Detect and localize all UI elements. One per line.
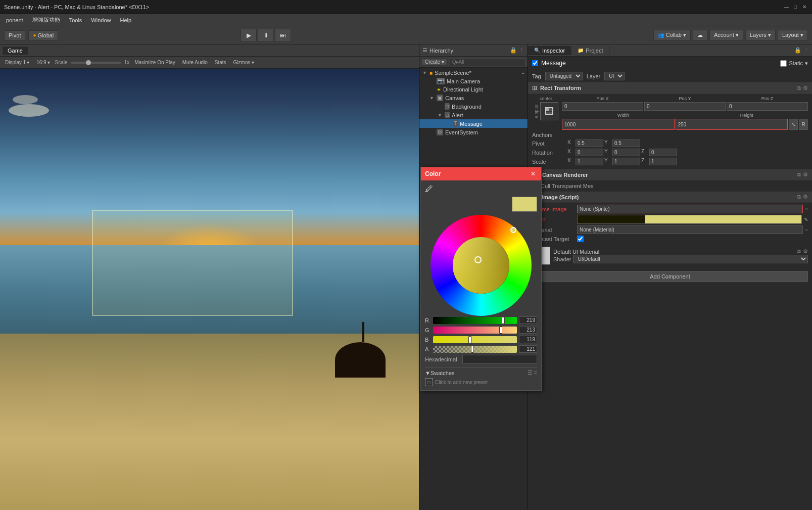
scene-menu-icon[interactable]: = [521, 70, 524, 76]
r-slider-track[interactable] [433, 317, 517, 324]
static-dropdown-icon[interactable]: ▾ [805, 60, 808, 67]
image-script-header[interactable]: Image (Script) ⧉ ⚙ [528, 192, 812, 203]
width-input[interactable] [562, 119, 675, 130]
pivot-x-input[interactable] [576, 140, 603, 147]
hex-input[interactable]: DBD577 [462, 355, 537, 364]
hierarchy-background[interactable]: □ Background [419, 102, 528, 111]
r-slider-thumb[interactable] [502, 317, 505, 324]
hierarchy-main-camera[interactable]: 📷 Main Camera [419, 77, 528, 85]
rotation-x-input[interactable] [576, 149, 603, 156]
shader-select[interactable]: UI/Default [573, 255, 808, 263]
layers-button[interactable]: Layers ▾ [745, 30, 776, 40]
image-copy-icon[interactable]: ⧉ [797, 194, 801, 200]
material-input[interactable] [577, 225, 803, 234]
canvas-copy-icon[interactable]: ⧉ [797, 171, 801, 178]
layout-button[interactable]: Layout ▾ [778, 30, 808, 40]
a-value-input[interactable]: 121 [519, 345, 537, 353]
lock-icon[interactable]: 🔒 [510, 47, 517, 54]
b-slider-track[interactable] [433, 336, 517, 343]
aspect-selector[interactable]: 16:9 ▾ [34, 59, 52, 66]
hierarchy-alert[interactable]: ▼ □ Alert [419, 111, 528, 119]
more-icon[interactable]: ⋮ [519, 47, 524, 54]
hierarchy-eventsystem[interactable]: ⚙ EventSystem [419, 128, 528, 136]
rect-transform-header[interactable]: ⊞ Rect Transform ⧉ ⚙ [528, 82, 812, 94]
constrain-button[interactable]: ⤡ [789, 119, 798, 130]
reset-button[interactable]: R [799, 119, 808, 130]
hierarchy-canvas[interactable]: ▼ ▣ Canvas [419, 94, 528, 102]
swatches-menu[interactable]: ☰ = [528, 369, 537, 376]
menu-enhance[interactable]: 增強版功能 [28, 15, 64, 25]
game-tab[interactable]: Game [2, 46, 28, 55]
height-input[interactable] [676, 119, 788, 130]
b-value-input[interactable]: 119 [519, 336, 537, 343]
scale-z-input[interactable] [649, 158, 677, 165]
account-button[interactable]: Account ▾ [709, 30, 743, 40]
display-selector[interactable]: Display 1 ▾ [3, 59, 31, 66]
lock-icon-inspector[interactable]: 🔒 [794, 47, 801, 54]
g-slider-thumb[interactable] [499, 327, 502, 334]
scale-x-input[interactable] [576, 158, 603, 165]
scale-slider[interactable] [71, 62, 121, 64]
settings-icon[interactable]: ⚙ [803, 85, 808, 91]
canvas-renderer-header[interactable]: ⬜ Canvas Renderer ⧉ ⚙ [528, 169, 812, 180]
more-icon-inspector[interactable]: ⋮ [803, 47, 809, 54]
add-swatch-icon[interactable]: □ [425, 378, 433, 386]
hierarchy-directional-light[interactable]: ☀ Directional Light [419, 85, 528, 94]
close-button[interactable]: ✕ [801, 4, 808, 11]
mute-audio[interactable]: Mute Audio [180, 59, 210, 66]
menu-window[interactable]: Window [87, 16, 115, 24]
menu-help[interactable]: Help [116, 16, 135, 24]
step-button[interactable]: ⏭ [275, 29, 291, 42]
hierarchy-search[interactable] [450, 58, 526, 66]
tag-select[interactable]: Untagged [545, 72, 583, 80]
global-button[interactable]: ● Global [28, 30, 58, 40]
scale-thumb[interactable] [86, 60, 91, 65]
a-slider-thumb[interactable] [471, 346, 474, 353]
material-copy-icon[interactable]: ⧉ [797, 248, 801, 255]
eyedropper-icon[interactable]: 🖉 [425, 184, 537, 194]
scene-root[interactable]: ▼ ■ SampleScene* = [419, 69, 528, 77]
r-value-input[interactable]: 219 [519, 316, 537, 324]
g-slider-track[interactable] [433, 327, 517, 334]
minimize-button[interactable]: — [783, 4, 790, 11]
color-eyedropper[interactable]: ✎ [804, 217, 808, 222]
maximize-on-play[interactable]: Maximize On Play [132, 59, 177, 66]
pos-z-input[interactable] [727, 102, 808, 111]
pivot-y-input[interactable] [612, 140, 640, 147]
raycast-checkbox[interactable] [577, 236, 584, 242]
swatches-triangle[interactable]: ▼ [425, 370, 431, 376]
project-tab[interactable]: 📁 Project [571, 46, 609, 55]
scale-y-input[interactable] [612, 158, 640, 165]
g-value-input[interactable]: 213 [519, 326, 537, 334]
pos-x-input[interactable] [562, 102, 643, 111]
stats-button[interactable]: Stats [213, 59, 228, 66]
image-settings-icon[interactable]: ⚙ [803, 194, 808, 200]
color-picker-close[interactable]: ✕ [529, 170, 537, 178]
a-slider-track[interactable] [433, 346, 517, 353]
menu-tools[interactable]: Tools [65, 16, 86, 24]
b-slider-thumb[interactable] [468, 336, 471, 343]
pivot-button[interactable]: Pivot [4, 30, 25, 40]
color-wheel[interactable] [431, 215, 532, 316]
color-swatch-button[interactable] [577, 215, 802, 224]
canvas-settings-icon[interactable]: ⚙ [803, 171, 808, 178]
rotation-y-input[interactable] [612, 149, 640, 156]
cloud-button[interactable]: ☁ [693, 30, 707, 40]
add-component-button[interactable]: Add Component [532, 271, 808, 282]
inspector-tab[interactable]: 🔍 Inspector [528, 46, 571, 55]
create-button[interactable]: Create ▾ [421, 58, 448, 66]
rotation-z-input[interactable] [649, 149, 677, 156]
object-active-checkbox[interactable] [532, 60, 538, 66]
pos-y-input[interactable] [644, 102, 726, 111]
anchor-preset-button[interactable] [540, 102, 558, 120]
collab-button[interactable]: 👥 Collab ▾ [653, 30, 691, 40]
play-button[interactable]: ▶ [241, 29, 257, 42]
hierarchy-message[interactable]: T Message [419, 119, 528, 128]
copy-icon[interactable]: ⧉ [797, 85, 801, 91]
maximize-button[interactable]: □ [792, 4, 799, 11]
material-pick[interactable]: ○ [805, 227, 808, 233]
material-settings-icon[interactable]: ⚙ [803, 248, 808, 255]
gizmos-button[interactable]: Gizmos ▾ [231, 59, 257, 66]
static-checkbox[interactable] [780, 60, 787, 67]
pause-button[interactable]: ⏸ [258, 29, 274, 42]
